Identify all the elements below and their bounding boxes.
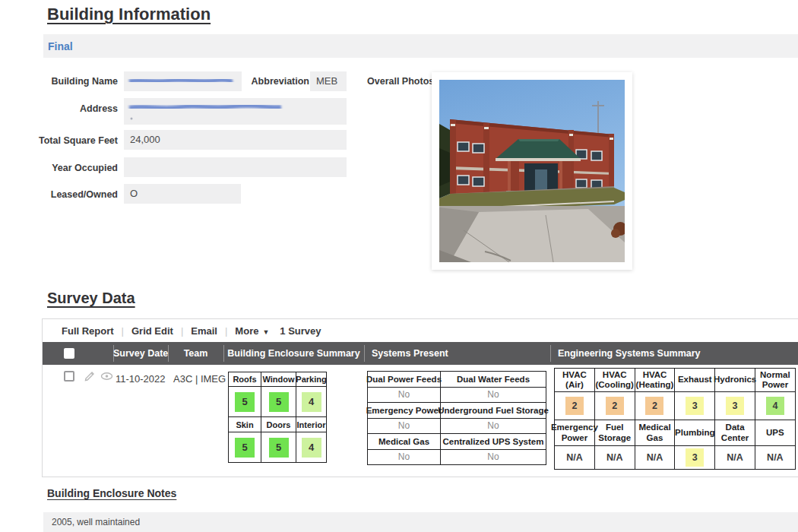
score-cell: 5 <box>235 438 255 458</box>
toolbar-separator: | <box>181 325 183 337</box>
score-cell: 5 <box>269 438 289 458</box>
abbreviation-value: MEB <box>310 71 347 87</box>
toolbar-separator: | <box>225 325 227 337</box>
system-value: No <box>441 388 546 404</box>
enclosure-notes-title[interactable]: Building Enclosure Notes <box>47 487 176 499</box>
eng-score-cell: N/A <box>644 448 666 467</box>
table-header: Survey Date Team Building Enclosure Summ… <box>43 342 798 365</box>
edit-pencil-icon[interactable] <box>84 370 96 382</box>
system-value: No <box>441 419 546 435</box>
system-header: Medical Gas <box>368 434 441 450</box>
eng-header: Fuel Storage <box>595 420 635 446</box>
col-team: Team <box>168 342 223 365</box>
full-report-button[interactable]: Full Report <box>62 325 114 337</box>
enclosure-header: Roofs <box>229 372 261 387</box>
year-occupied-field[interactable] <box>124 157 347 177</box>
eng-score-cell: N/A <box>564 448 585 467</box>
redacted-text <box>127 75 235 87</box>
enclosure-header: Parking <box>296 372 327 387</box>
eng-header: Hydronics <box>715 369 755 392</box>
eng-header: Plumbing <box>675 420 715 446</box>
col-systems-present: Systems Present <box>372 342 448 365</box>
building-name-label: Building Name <box>19 76 118 87</box>
enclosure-header: Skin <box>229 417 261 432</box>
col-enclosure-summary: Building Enclosure Summary <box>223 342 364 365</box>
eng-score-cell: 3 <box>726 397 744 415</box>
enclosure-header: Window <box>261 372 296 387</box>
eng-header: Normal Power <box>755 369 796 392</box>
score-cell: 4 <box>302 392 321 412</box>
leased-owned-value: O <box>124 184 241 199</box>
overall-photos-label: Overall Photos <box>367 76 434 87</box>
more-menu-button[interactable]: More▼ <box>235 325 269 337</box>
col-engineering-summary: Engineering Systems Summary <box>558 342 701 365</box>
system-value: No <box>368 450 441 466</box>
engineering-summary-table: HVAC (Air) HVAC (Cooling) HVAC (Heating)… <box>554 368 796 470</box>
building-name-field[interactable] <box>124 71 242 91</box>
eng-header: Data Center <box>715 420 755 446</box>
eng-score-cell: N/A <box>724 448 746 467</box>
row-checkbox[interactable] <box>64 371 74 382</box>
building-photo[interactable] <box>432 72 632 270</box>
select-all-checkbox[interactable] <box>64 348 74 359</box>
toolbar-separator: | <box>122 325 124 337</box>
system-header: Dual Water Feeds <box>441 372 546 388</box>
grid-edit-button[interactable]: Grid Edit <box>131 325 173 337</box>
status-bar: Final <box>43 34 798 58</box>
address-label: Address <box>19 103 118 114</box>
page: Building Information Final Building Name… <box>0 0 798 532</box>
eng-header: HVAC (Heating) <box>635 369 676 392</box>
enclosure-header: Doors <box>261 417 296 432</box>
score-cell: 4 <box>302 438 321 458</box>
eng-score-cell: N/A <box>765 448 786 467</box>
survey-count: 1 Survey <box>280 325 321 337</box>
enclosure-notes-field: 2005, well maintained <box>43 512 798 532</box>
eng-header: Medical Gas <box>635 420 676 446</box>
eng-header: HVAC (Cooling) <box>595 369 635 392</box>
building-photo-image <box>439 80 625 262</box>
email-button[interactable]: Email <box>191 325 217 337</box>
total-square-feet-label: Total Square Feet <box>19 135 118 146</box>
eng-score-cell: 2 <box>645 397 663 415</box>
survey-toolbar: Full Report | Grid Edit | Email | More▼ … <box>43 319 798 342</box>
chevron-down-icon: ▼ <box>262 328 269 336</box>
eng-header: Emergency Power <box>555 420 595 446</box>
abbreviation-field[interactable]: MEB <box>310 71 347 91</box>
eng-score-cell: N/A <box>604 448 625 467</box>
survey-panel: Full Report | Grid Edit | Email | More▼ … <box>42 318 798 477</box>
eng-score-cell: 3 <box>686 397 704 415</box>
system-header: Underground Fuel Storage <box>441 403 546 419</box>
system-value: No <box>368 388 441 404</box>
score-cell: 5 <box>235 392 255 412</box>
eng-score-cell: 2 <box>565 397 584 415</box>
redacted-text <box>127 102 287 122</box>
system-value: No <box>368 419 441 435</box>
status-badge: Final <box>48 40 73 52</box>
eng-score-cell: 2 <box>606 397 624 415</box>
eng-header: UPS <box>755 420 796 446</box>
col-survey-date: Survey Date <box>113 342 168 365</box>
enclosure-header: Interior <box>296 417 327 432</box>
total-square-feet-value: 24,000 <box>124 130 347 145</box>
year-occupied-label: Year Occupied <box>19 163 118 173</box>
eng-score-cell: 3 <box>686 448 704 467</box>
eng-header: Exhaust <box>675 369 715 392</box>
eng-header: HVAC (Air) <box>555 369 595 392</box>
survey-data-title: Survey Data <box>47 290 135 307</box>
systems-present-table: Dual Power Feeds Dual Water Feeds No No … <box>367 371 546 465</box>
leased-owned-label: Leased/Owned <box>19 189 118 200</box>
enclosure-summary-table: Roofs Window Parking 5 5 4 Skin Doors In… <box>228 372 327 463</box>
page-title: Building Information <box>47 5 211 24</box>
view-eye-icon[interactable] <box>100 370 113 382</box>
total-square-feet-field[interactable]: 24,000 <box>124 130 347 150</box>
system-header: Dual Power Feeds <box>368 372 441 388</box>
eng-score-cell: 4 <box>766 397 784 415</box>
system-header: Centralized UPS System <box>441 434 546 450</box>
year-occupied-value <box>124 157 347 161</box>
system-value: No <box>441 450 546 466</box>
system-header: Emergency Power <box>368 403 441 419</box>
team-value: A3C | IMEG <box>173 373 226 385</box>
score-cell: 5 <box>269 392 289 412</box>
address-field[interactable] <box>124 98 347 125</box>
leased-owned-field[interactable]: O <box>124 184 241 204</box>
